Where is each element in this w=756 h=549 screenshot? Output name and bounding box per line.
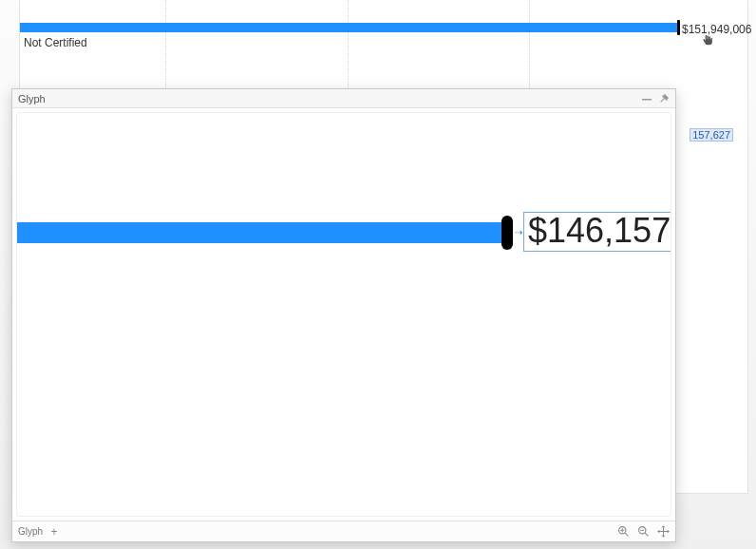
svg-line-2 — [625, 533, 628, 536]
glyph-preview-value[interactable]: $146,157 — [523, 212, 671, 252]
chart-bar-cap — [677, 20, 680, 35]
minimize-icon[interactable] — [641, 93, 652, 104]
chart-partial-value: 157,627 — [690, 128, 733, 142]
svg-line-6 — [645, 533, 648, 536]
anchor-handle-icon[interactable]: ⇢ — [515, 227, 522, 237]
svg-rect-0 — [642, 99, 652, 101]
glyph-panel-header[interactable]: Glyph — [12, 89, 675, 108]
glyph-panel-title: Glyph — [18, 93, 46, 104]
pin-icon[interactable] — [658, 93, 670, 104]
hand-cursor-icon — [702, 34, 713, 46]
zoom-out-icon[interactable] — [637, 525, 650, 538]
zoom-in-icon[interactable] — [617, 525, 630, 538]
chart-bar-label: Not Certified — [24, 36, 87, 49]
add-layer-button[interactable]: + — [48, 526, 60, 538]
chart-bar-not-certified[interactable] — [20, 23, 677, 32]
pan-icon[interactable] — [657, 525, 670, 538]
glyph-canvas[interactable]: ⇢ $146,157 — [16, 112, 671, 517]
glyph-panel: Glyph ⇢ $146,157 Glyph + — [11, 88, 676, 542]
glyph-preview-cap[interactable] — [501, 216, 513, 250]
glyph-preview-bar[interactable] — [17, 222, 504, 243]
glyph-layer-label[interactable]: Glyph — [18, 526, 43, 537]
chart-bar-value: $151,949,006 — [682, 23, 751, 36]
glyph-panel-footer: Glyph + — [12, 521, 675, 541]
glyph-panel-actions — [641, 89, 670, 107]
